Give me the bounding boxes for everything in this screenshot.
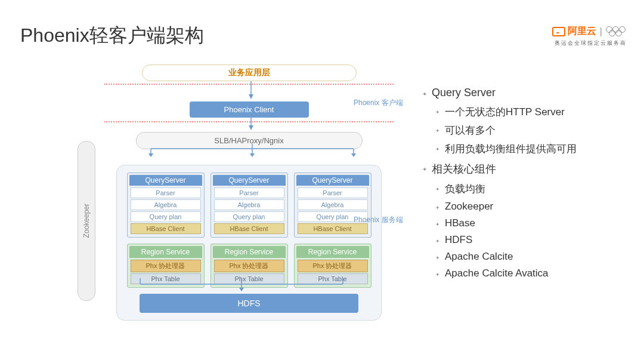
bullet: Apache Calcite — [435, 251, 625, 263]
bullet: HDFS — [435, 234, 625, 246]
bullet: 负载均衡 — [435, 182, 625, 196]
bullet: 可以有多个 — [435, 124, 625, 137]
aliyun-icon — [552, 27, 565, 36]
client-label: Phoenix 客户端 — [354, 98, 403, 108]
brand-logo: 阿里云 | 奥运会全球指定云服务商 — [552, 25, 630, 47]
svg-marker-16 — [239, 288, 244, 291]
query-server-box: QueryServer Parser Algebra Query plan HB… — [127, 173, 205, 238]
query-server-box: QueryServer Parser Algebra Query plan HB… — [294, 173, 371, 238]
query-server-box: QueryServer Parser Algebra Query plan HB… — [210, 173, 288, 238]
brand-tagline: 奥运会全球指定云服务商 — [552, 39, 630, 47]
svg-marker-7 — [148, 153, 153, 157]
architecture-diagram: 业务应用层 Phoenix Client SLB/HAProxy/Ngnix Q… — [104, 64, 394, 324]
bullet: Zookeeper — [435, 201, 625, 213]
bullet: Apache Calcite Avatica — [435, 267, 625, 279]
svg-marker-3 — [249, 125, 253, 130]
app-layer-box: 业务应用层 — [142, 64, 357, 81]
server-label: Phoenix 服务端 — [354, 215, 403, 225]
zookeeper-box: Zookeeper — [78, 141, 95, 301]
bullet: HBase — [435, 217, 625, 229]
page-title: Phoenix轻客户端架构 — [20, 23, 204, 49]
bullet-list: Query Server 一个无状态的HTTP Server 可以有多个 利用负… — [422, 81, 625, 284]
bullet: 利用负载均衡组件提供高可用 — [435, 142, 625, 156]
olympic-rings-icon — [606, 26, 630, 37]
bullet: Query Server — [422, 87, 625, 99]
brand-text: 阿里云 — [568, 25, 596, 38]
svg-marker-1 — [249, 94, 253, 99]
svg-marker-11 — [351, 153, 356, 157]
bullet: 一个无状态的HTTP Server — [435, 105, 625, 119]
phoenix-client-box: Phoenix Client — [190, 101, 309, 118]
hdfs-box: HDFS — [140, 294, 358, 313]
server-wrap: QueryServer Parser Algebra Query plan HB… — [116, 165, 382, 321]
bullet: 相关核心组件 — [422, 162, 625, 176]
svg-marker-9 — [250, 153, 255, 157]
divider: | — [600, 26, 602, 37]
